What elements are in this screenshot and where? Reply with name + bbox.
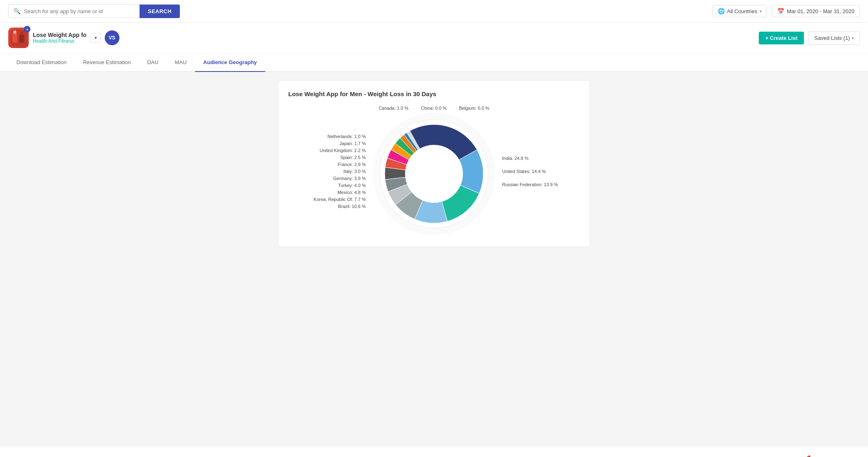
label-germany: Germany: 3.9 % — [333, 176, 366, 181]
app-dropdown-button[interactable]: ▾ — [91, 33, 101, 43]
app-name: Lose Weight App fo — [33, 32, 87, 38]
chevron-down-icon: ▾ — [760, 9, 762, 14]
apple-icon: ★ — [25, 27, 29, 31]
label-japan: Japan: 1.7 % — [340, 141, 366, 146]
label-belgium: Belgium: 0.0 % — [459, 106, 489, 111]
chart-card: Lose Weight App for Men - Weight Loss in… — [278, 80, 590, 247]
country-selector[interactable]: 🌐 All Countries ▾ — [712, 5, 767, 17]
brand-rocket-icon: 🚀 — [801, 455, 811, 457]
search-input-wrap: 🔍 — [8, 4, 140, 18]
footer-brand: 🚀 MobileAction — [0, 447, 868, 457]
tab-mau[interactable]: MAU — [167, 53, 195, 72]
tab-download-estimation[interactable]: Download Estimation — [8, 53, 75, 72]
search-icon: 🔍 — [14, 8, 21, 14]
vs-button[interactable]: VS — [105, 30, 119, 45]
chevron-down-icon: ▾ — [852, 36, 854, 40]
app-info: Lose Weight App fo Health And Fitness — [33, 32, 87, 44]
svg-rect-2 — [19, 35, 24, 43]
tabs-row: Download Estimation Revenue Estimation D… — [0, 53, 868, 72]
search-button[interactable]: SEARCH — [140, 5, 180, 18]
main-content: Lose Weight App for Men - Weight Loss in… — [0, 72, 868, 447]
date-range-label: Mar 01, 2020 - Mar 31, 2020 — [787, 8, 854, 14]
saved-lists-button[interactable]: Saved Lists (1) ▾ — [808, 31, 860, 45]
app-row: ★ Lose Weight App fo Health And Fitness … — [0, 23, 868, 53]
label-brazil: Brazil: 10.6 % — [338, 204, 366, 209]
label-uk: United Kingdom: 2.2 % — [319, 148, 366, 153]
globe-icon: 🌐 — [718, 8, 725, 14]
svg-point-9 — [405, 145, 463, 203]
search-input[interactable] — [24, 8, 134, 14]
right-labels: India: 24.8 % United States: 14.4 % Russ… — [502, 156, 576, 187]
header-right: 🌐 All Countries ▾ 📅 Mar 01, 2020 - Mar 3… — [712, 5, 860, 17]
date-selector[interactable]: 📅 Mar 01, 2020 - Mar 31, 2020 — [772, 5, 860, 17]
label-spain: Spain: 2.5 % — [340, 155, 366, 160]
label-russia: Russian Federation: 13.9 % — [502, 182, 558, 187]
svg-rect-1 — [12, 33, 17, 43]
label-france: France: 2.9 % — [338, 162, 366, 167]
label-turkey: Turkey: 4.0 % — [338, 183, 366, 188]
app-store-badge: ★ — [24, 26, 30, 32]
svg-text:★: ★ — [26, 28, 28, 31]
svg-point-4 — [20, 32, 23, 35]
app-category: Health And Fitness — [33, 38, 87, 44]
create-list-button[interactable]: + Create List — [759, 32, 804, 44]
pie-chart-wrap: Canada: 1.0 % China: 0.0 % Belgium: 0.0 … — [372, 106, 496, 237]
header: 🔍 SEARCH 🌐 All Countries ▾ 📅 Mar 01, 202… — [0, 0, 868, 23]
label-china: China: 0.0 % — [421, 106, 447, 111]
country-label: All Countries — [727, 8, 758, 14]
brand-name: MobileAction — [813, 456, 856, 457]
label-mexico: Mexico: 4.8 % — [338, 190, 366, 195]
calendar-icon: 📅 — [777, 8, 784, 14]
donut-chart-svg — [372, 112, 496, 235]
label-korea: Korea, Republic Of: 7.7 % — [314, 197, 366, 202]
label-netherlands: Netherlands: 1.0 % — [327, 134, 366, 139]
label-canada: Canada: 1.0 % — [379, 106, 409, 111]
left-labels: Netherlands: 1.0 % Japan: 1.7 % United K… — [292, 134, 366, 209]
top-labels: Canada: 1.0 % China: 0.0 % Belgium: 0.0 … — [372, 106, 496, 111]
label-us: United States: 14.4 % — [502, 169, 546, 174]
tab-revenue-estimation[interactable]: Revenue Estimation — [75, 53, 139, 72]
label-italy: Italy: 3.0 % — [344, 169, 366, 174]
svg-point-3 — [13, 30, 16, 34]
app-icon-svg — [10, 30, 27, 46]
tab-audience-geography[interactable]: Audience Geography — [195, 53, 265, 72]
app-icon-wrap: ★ — [8, 28, 29, 48]
search-area: 🔍 SEARCH — [8, 4, 712, 18]
tab-dau[interactable]: DAU — [139, 53, 166, 72]
chart-title: Lose Weight App for Men - Weight Loss in… — [288, 90, 580, 97]
label-india: India: 24.8 % — [502, 156, 528, 161]
